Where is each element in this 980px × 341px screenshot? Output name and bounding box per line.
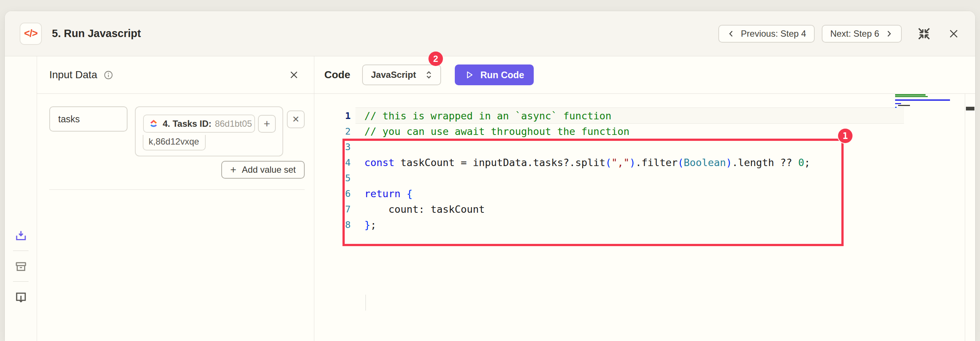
- info-icon[interactable]: [103, 70, 113, 80]
- input-panel-divider: [49, 190, 305, 190]
- run-code-button[interactable]: Run Code: [455, 64, 534, 85]
- history-archive-tab-button[interactable]: [14, 260, 28, 274]
- compress-icon: [916, 26, 932, 41]
- input-field-row: 4. Tasks ID: 86d1bt05 + k,86d12vxqe ✕: [49, 107, 305, 156]
- field-key-input[interactable]: [49, 107, 127, 132]
- minimap-line: [898, 105, 910, 107]
- scrollbar-thumb[interactable]: [966, 107, 974, 110]
- play-icon: [465, 70, 474, 80]
- minimap[interactable]: [895, 94, 952, 108]
- input-data-body: 4. Tasks ID: 86d1bt05 + k,86d12vxqe ✕ + …: [37, 94, 314, 190]
- add-mapped-value-button[interactable]: +: [258, 115, 276, 133]
- field-value-box[interactable]: 4. Tasks ID: 86d1bt05 + k,86d12vxqe: [135, 107, 283, 156]
- value-overflow-token: k,86d12vxqe: [143, 135, 206, 150]
- code-label: Code: [324, 69, 350, 81]
- language-value: JavaScript: [371, 70, 416, 80]
- code-line: 6return {: [314, 186, 975, 201]
- left-rail: [5, 56, 37, 341]
- code-panel: Code JavaScript 2 Run Code: [314, 56, 975, 341]
- code-step-icon: </>: [24, 28, 37, 39]
- close-icon: [948, 28, 959, 40]
- pill-step-label: 4. Tasks ID:: [163, 119, 212, 129]
- header-actions: Previous: Step 4 Next: Step 6: [718, 25, 959, 43]
- input-data-header: Input Data: [37, 56, 314, 94]
- code-line: 8};: [314, 217, 975, 233]
- code-line: 1// this is wrapped in an `async` functi…: [314, 108, 975, 123]
- code-editor[interactable]: 1// this is wrapped in an `async` functi…: [314, 94, 975, 341]
- previous-step-button[interactable]: Previous: Step 4: [718, 25, 815, 43]
- page: { "header": { "title": "5. Run Javascrip…: [0, 0, 980, 341]
- close-modal-button[interactable]: [948, 28, 959, 40]
- minimap-line: [895, 107, 897, 108]
- code-lines: 1// this is wrapped in an `async` functi…: [314, 94, 975, 233]
- close-icon: [289, 70, 299, 80]
- code-line: 5: [314, 170, 975, 186]
- minimap-line: [895, 99, 950, 101]
- page-title: 5. Run Javascript: [52, 27, 141, 40]
- input-data-panel: Input Data: [37, 56, 314, 341]
- modal-header: </> 5. Run Javascript Previous: Step 4 N…: [5, 11, 975, 56]
- add-value-set-label: Add value set: [242, 164, 296, 175]
- modal-content: Input Data: [5, 56, 975, 341]
- previous-step-label: Previous: Step 4: [741, 29, 806, 39]
- run-code-label: Run Code: [480, 70, 524, 80]
- remove-field-button[interactable]: ✕: [287, 110, 305, 128]
- collapse-fullscreen-button[interactable]: [916, 26, 932, 41]
- code-line: 4const taskCount = inputData.tasks?.spli…: [314, 155, 975, 170]
- output-tab-button[interactable]: [14, 291, 28, 304]
- next-step-label: Next: Step 6: [830, 29, 879, 39]
- chevron-left-icon: [727, 29, 736, 38]
- output-export-icon: [14, 291, 28, 304]
- pill-value: 86d1bt05: [215, 119, 252, 129]
- vertical-scrollbar[interactable]: [965, 94, 975, 341]
- code-line: 7 count: taskCount: [314, 201, 975, 217]
- plus-icon: +: [230, 164, 236, 176]
- run-javascript-modal: </> 5. Run Javascript Previous: Step 4 N…: [5, 11, 975, 341]
- rail-divider: [13, 250, 29, 251]
- code-line: 3: [314, 139, 975, 155]
- input-data-title: Input Data: [49, 69, 97, 81]
- indent-guide: [366, 295, 366, 311]
- mapped-value-pill[interactable]: 4. Tasks ID: 86d1bt05: [143, 115, 255, 133]
- input-tray-icon: [14, 229, 28, 243]
- minimap-line: [895, 96, 928, 97]
- chevron-right-icon: [885, 29, 893, 38]
- add-value-set-button[interactable]: + Add value set: [221, 161, 305, 178]
- archive-box-icon: [14, 260, 28, 274]
- language-select[interactable]: JavaScript 2: [362, 64, 441, 85]
- minimap-line: [895, 94, 926, 96]
- next-step-button[interactable]: Next: Step 6: [822, 25, 902, 43]
- input-data-tab-button[interactable]: [14, 229, 28, 243]
- code-line: 2// you can use await throughout the fun…: [314, 123, 975, 139]
- code-header: Code JavaScript 2 Run Code: [314, 56, 975, 94]
- clickup-icon: [149, 119, 159, 129]
- annotation-badge-2: 2: [428, 51, 443, 66]
- step-app-icon-box: </>: [20, 22, 42, 45]
- rail-divider: [13, 281, 29, 282]
- annotation-badge-1: 1: [838, 129, 853, 143]
- close-input-data-button[interactable]: [289, 70, 299, 80]
- select-chevrons-icon: [423, 69, 434, 81]
- minimap-line: [895, 103, 901, 105]
